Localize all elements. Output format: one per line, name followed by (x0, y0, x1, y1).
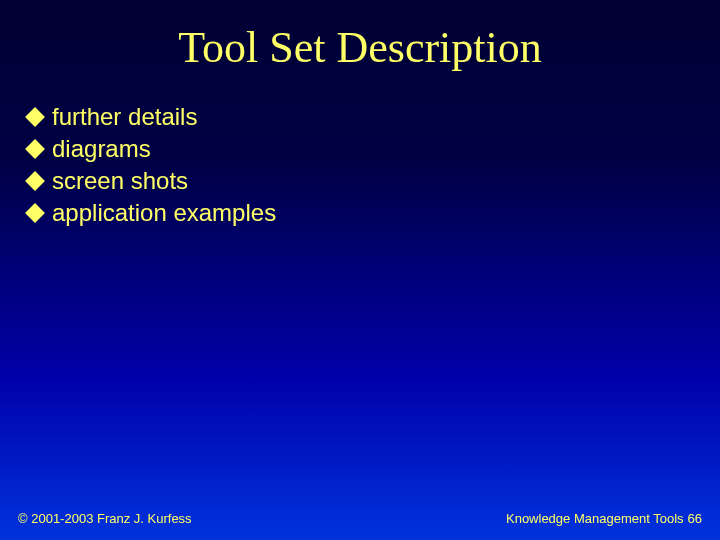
bullet-list: further details diagrams screen shots ap… (28, 103, 720, 227)
list-item: application examples (28, 199, 720, 227)
slide-title: Tool Set Description (0, 0, 720, 73)
bullet-text: further details (52, 103, 197, 131)
slide: Tool Set Description further details dia… (0, 0, 720, 540)
page-number: 66 (688, 511, 702, 526)
diamond-bullet-icon (25, 107, 45, 127)
footer-right: Knowledge Management Tools 66 (506, 511, 702, 526)
diamond-bullet-icon (25, 139, 45, 159)
bullet-text: diagrams (52, 135, 151, 163)
bullet-text: application examples (52, 199, 276, 227)
footer: © 2001-2003 Franz J. Kurfess Knowledge M… (0, 511, 720, 526)
list-item: further details (28, 103, 720, 131)
diamond-bullet-icon (25, 171, 45, 191)
list-item: diagrams (28, 135, 720, 163)
footer-topic: Knowledge Management Tools (506, 511, 684, 526)
diamond-bullet-icon (25, 203, 45, 223)
list-item: screen shots (28, 167, 720, 195)
copyright-text: © 2001-2003 Franz J. Kurfess (18, 511, 192, 526)
bullet-text: screen shots (52, 167, 188, 195)
